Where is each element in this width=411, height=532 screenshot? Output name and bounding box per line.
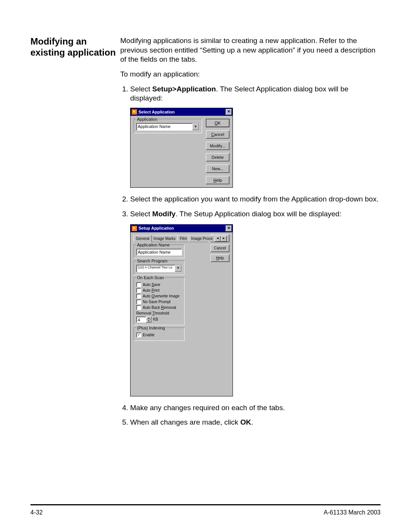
body-column: Modifying applications is similar to cre… <box>120 36 381 433</box>
auto-save-checkbox[interactable] <box>136 282 141 287</box>
tab-bar: General Image Marks Film Image Proce ◄ ► <box>134 235 207 242</box>
application-name-combo[interactable]: Application Name ▼ <box>136 123 199 131</box>
auto-overwrite-label: Auto Overwrite Image <box>143 294 180 299</box>
plus-indexing-label: (Plus) Indexing <box>136 325 166 331</box>
step-4: Make any changes required on each of the… <box>130 403 381 413</box>
ok-button[interactable]: OK <box>206 119 229 127</box>
modify-button[interactable]: Modify... <box>206 142 229 150</box>
intro-paragraph-1: Modifying applications is similar to cre… <box>120 36 381 64</box>
page-number: 4-32 <box>30 509 43 516</box>
enable-label: Enable <box>143 332 155 337</box>
cancel-button[interactable]: Cancel <box>210 244 229 252</box>
application-name-label: Application Name <box>136 242 170 248</box>
steps-list: Select Setup>Application. The Select App… <box>120 85 381 427</box>
auto-back-removal-checkbox[interactable] <box>136 305 141 310</box>
auto-print-checkbox[interactable] <box>136 288 141 293</box>
application-name-value: Application Name <box>137 123 192 130</box>
help-button[interactable]: Help <box>210 254 229 262</box>
application-name-groupbox: Application Name Application Name <box>134 244 185 258</box>
search-program-combo[interactable]: (10) A Channel Two Le ▼ <box>136 265 182 272</box>
page: Modifying an existing application Modify… <box>0 0 411 532</box>
search-program-value: (10) A Channel Two Le <box>137 265 175 272</box>
application-groupbox: Application Application Name ▼ <box>134 119 202 133</box>
auto-print-label: Auto Print <box>143 288 159 293</box>
page-footer: 4-32 A-61133 March 2003 <box>30 509 381 516</box>
section-heading-col: Modifying an existing application <box>30 36 120 58</box>
chevron-down-icon[interactable]: ▼ <box>175 265 182 272</box>
tab-general[interactable]: General <box>134 235 152 242</box>
on-each-scan-label: On Each Scan <box>136 275 165 280</box>
threshold-up-icon[interactable]: ▲ <box>146 316 151 320</box>
select-application-title: Select Application <box>139 109 175 115</box>
tab-film[interactable]: Film <box>177 235 189 242</box>
setup-application-title: Setup Application <box>139 225 174 231</box>
setup-application-dialog: K Setup Application ✕ General Image Mark… <box>130 224 233 396</box>
no-save-prompt-label: No Save Prompt <box>143 299 170 304</box>
footer-rule <box>30 504 381 505</box>
kodak-icon: K <box>131 225 137 232</box>
removal-threshold-field[interactable]: 4 <box>136 316 146 323</box>
new-button[interactable]: New... <box>206 165 229 173</box>
application-group-label: Application <box>136 117 158 122</box>
step-3: Select Modify. The Setup Application dia… <box>130 209 381 396</box>
help-button[interactable]: Help <box>206 176 229 184</box>
select-application-dialog: K Select Application ✕ Application Appli… <box>130 108 233 188</box>
search-program-groupbox: Search Program (10) A Channel Two Le ▼ <box>134 260 185 275</box>
kb-label: KB <box>153 317 158 322</box>
select-application-titlebar: K Select Application ✕ <box>131 108 233 116</box>
auto-back-removal-label: Auto Back Removal <box>143 305 176 310</box>
threshold-down-icon[interactable]: ▼ <box>146 320 151 323</box>
chevron-down-icon[interactable]: ▼ <box>192 123 199 130</box>
cancel-button[interactable]: Cancel <box>206 130 229 139</box>
on-each-scan-groupbox: On Each Scan Auto Save Auto Print Auto O… <box>134 277 185 325</box>
close-icon[interactable]: ✕ <box>226 109 232 115</box>
tab-scroll-left-icon[interactable]: ◄ <box>215 236 221 242</box>
plus-indexing-groupbox: (Plus) Indexing ✓Enable <box>134 328 185 341</box>
kodak-icon: K <box>131 109 137 115</box>
tab-image-marks[interactable]: Image Marks <box>151 235 178 242</box>
enable-checkbox[interactable]: ✓ <box>136 332 141 337</box>
close-icon[interactable]: ✕ <box>226 225 232 232</box>
section-heading: Modifying an existing application <box>30 36 120 58</box>
auto-save-label: Auto Save <box>143 282 160 287</box>
setup-application-titlebar: K Setup Application ✕ <box>131 225 233 232</box>
search-program-label: Search Program <box>136 258 168 264</box>
delete-button[interactable]: Delete <box>206 153 229 161</box>
tab-scroll-right-icon[interactable]: ► <box>221 236 227 242</box>
step-1: Select Setup>Application. The Select App… <box>130 85 381 188</box>
removal-threshold-label: Removal Threshold <box>136 311 182 316</box>
auto-overwrite-checkbox[interactable] <box>136 294 141 299</box>
application-name-field[interactable]: Application Name <box>136 249 182 256</box>
intro-paragraph-2: To modify an application: <box>120 70 381 79</box>
step-2: Select the application you want to modif… <box>130 195 381 204</box>
no-save-prompt-checkbox[interactable] <box>136 299 141 304</box>
doc-id-date: A-61133 March 2003 <box>324 509 381 516</box>
step-5: When all changes are made, click OK. <box>130 418 381 427</box>
tab-image-processing[interactable]: Image Proce <box>189 235 215 242</box>
